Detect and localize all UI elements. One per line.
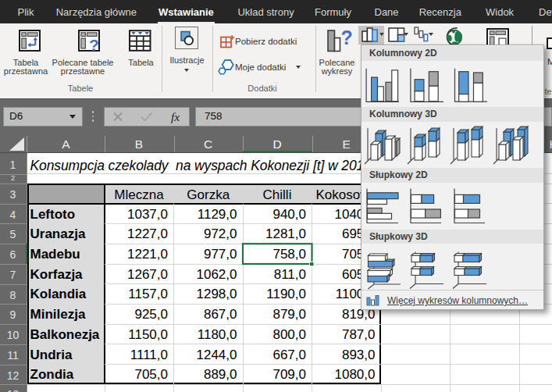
svg-text:Chilli: Chilli [263,187,292,202]
svg-text:867,0: 867,0 [204,307,237,322]
svg-text:1129,0: 1129,0 [198,207,237,222]
svg-text:Konsumpcja czekolady na wyspa: Konsumpcja czekolady na wyspach Kokonezj… [30,158,402,173]
svg-text:705,0: 705,0 [134,367,168,382]
svg-text:972,0: 972,0 [204,226,237,241]
svg-text:?: ? [89,36,99,53]
svg-text:800,0: 800,0 [272,327,306,342]
svg-text:Zondia: Zondia [30,367,74,382]
svg-text:1244,0: 1244,0 [197,347,237,362]
svg-text:Gorzka: Gorzka [187,187,230,202]
svg-text:1080,0: 1080,0 [335,367,376,382]
svg-text:925,0: 925,0 [134,307,168,322]
svg-text:1298,0: 1298,0 [197,287,237,301]
svg-text:1267,0: 1267,0 [127,267,168,282]
svg-text:1180,0: 1180,0 [198,327,237,342]
svg-text:709,0: 709,0 [272,367,306,382]
svg-text:Mleczna: Mleczna [114,187,164,202]
svg-text:758,0: 758,0 [272,247,306,262]
svg-text:977,0: 977,0 [204,247,237,262]
svg-text:Minilezja: Minilezja [30,307,86,322]
svg-text:667,0: 667,0 [272,347,306,362]
svg-text:1190,0: 1190,0 [266,287,306,301]
svg-text:?: ? [341,29,353,48]
svg-text:1037,0: 1037,0 [127,207,168,222]
svg-text:Korfazja: Korfazja [30,267,84,282]
svg-text:940,0: 940,0 [272,207,306,222]
svg-text:893,0: 893,0 [342,347,376,362]
svg-text:fx: fx [171,110,180,123]
svg-text:1111,0: 1111,0 [130,347,168,362]
svg-text:Madebu: Madebu [30,247,80,262]
svg-text:1227,0: 1227,0 [127,226,168,241]
svg-text:1221,0: 1221,0 [127,247,168,262]
svg-text:1150,0: 1150,0 [128,327,168,342]
svg-text:1062,0: 1062,0 [197,267,237,282]
svg-text:Kolandia: Kolandia [30,287,87,301]
svg-text:Uranazja: Uranazja [30,226,86,241]
svg-text:Balkonezja: Balkonezja [30,327,100,342]
svg-text:811,0: 811,0 [274,267,306,282]
svg-text:1281,0: 1281,0 [265,226,306,241]
svg-text:1157,0: 1157,0 [128,287,168,301]
svg-text:879,0: 879,0 [272,307,306,322]
svg-text:Undria: Undria [30,347,73,362]
svg-text:Leftoto: Leftoto [30,207,76,222]
svg-text:889,0: 889,0 [204,367,237,382]
svg-text:787,0: 787,0 [342,327,376,342]
